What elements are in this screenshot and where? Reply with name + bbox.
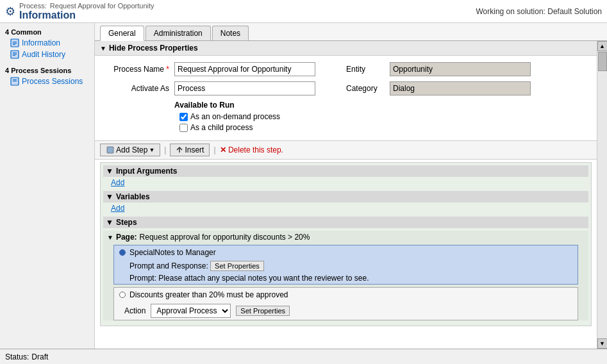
category-value: Dialog [390, 81, 531, 95]
step1-item[interactable]: SpecialNotes to Manager Prompt and Respo… [113, 245, 578, 285]
steps-area: ▼ Input Arguments Add ▼ Variables Add [100, 162, 592, 326]
step2-item[interactable]: Discounts greater than 20% must be appro… [113, 287, 578, 320]
svg-rect-2 [13, 43, 17, 44]
variables-arrow: ▼ [106, 192, 113, 201]
page-arrow: ▼ [107, 234, 113, 241]
tab-administration[interactable]: Administration [146, 26, 211, 40]
svg-rect-5 [13, 53, 17, 53]
input-arguments-arrow: ▼ [106, 167, 113, 176]
tabs: General Administration Notes [95, 23, 607, 41]
step2-action-row: Action Approval Process Set Properties [114, 302, 578, 320]
variables-header[interactable]: ▼ Variables [103, 191, 588, 203]
prompt-label: Prompt: [129, 274, 156, 283]
step1-prompt-response-row: Prompt and Response: Set Properties [114, 260, 578, 272]
step2-set-properties-button[interactable]: Set Properties [236, 306, 290, 316]
hide-process-properties-label: Hide Process Properties [109, 44, 198, 53]
top-bar-titles: Process: Request Approval for Opportunit… [19, 2, 154, 21]
checkbox-child-row: As a child process [179, 123, 586, 132]
common-section-title: 4 Common [0, 26, 94, 37]
available-to-run-label: Available to Run [174, 101, 586, 110]
add-step-icon [106, 145, 115, 154]
step1-row: SpecialNotes to Manager [114, 245, 578, 260]
process-sessions-section-title: 4 Process Sessions [0, 64, 94, 76]
activate-as-select[interactable]: Process [174, 81, 315, 95]
delete-step-button[interactable]: ✕ Delete this step. [220, 145, 283, 154]
prompt-response-label: Prompt and Response: [129, 261, 208, 270]
hide-process-properties-header[interactable]: ▼ Hide Process Properties [95, 41, 597, 56]
toolbar-sep2: | [213, 145, 215, 154]
insert-icon [176, 146, 183, 154]
checkbox-on-demand-label: As an on-demand process [190, 112, 280, 121]
step1-set-properties-button[interactable]: Set Properties [210, 261, 264, 271]
tab-general[interactable]: General [100, 26, 144, 41]
step2-row: Discounts greater than 20% must be appro… [114, 288, 578, 302]
checkbox-on-demand-row: As an on-demand process [179, 112, 586, 121]
top-bar: ⚙ Process: Request Approval for Opportun… [0, 0, 607, 23]
sidebar-item-process-sessions[interactable]: Process Sessions [0, 76, 94, 87]
variables-label: Variables [116, 192, 150, 201]
prompt-text: Please attach any special notes you want… [158, 274, 369, 283]
process-sessions-label: Process Sessions [22, 77, 83, 86]
variables-section: ▼ Variables Add [103, 191, 588, 214]
toolbar: Add Step ▼ | Insert | ✕ Delete this step… [95, 140, 597, 160]
required-star: * [166, 65, 169, 74]
content-area: General Administration Notes ▼ Hide Proc… [95, 23, 607, 349]
activate-as-row: Activate As Process Category Dialog [105, 81, 586, 95]
page-title-text: Request approval for opportunity discoun… [140, 233, 310, 242]
status-label: Status: [5, 352, 29, 361]
step2-circle [119, 292, 126, 298]
scroll-down-btn[interactable]: ▼ [597, 338, 608, 349]
scroll-up-btn[interactable]: ▲ [597, 41, 608, 51]
toolbar-sep1: | [164, 145, 166, 154]
process-name-row: Process Name * Entity Opportunity [105, 62, 586, 76]
add-step-button[interactable]: Add Step ▼ [100, 144, 160, 156]
category-field-pair: Category Dialog [346, 81, 531, 95]
audit-history-label: Audit History [22, 50, 65, 59]
page-label: Page: [116, 233, 137, 242]
information-label: Information [22, 38, 60, 47]
scroll-thumb[interactable] [598, 52, 607, 71]
insert-button[interactable]: Insert [170, 144, 210, 156]
input-arguments-label: Input Arguments [116, 167, 178, 176]
step1-name: SpecialNotes to Manager [129, 248, 216, 257]
checkbox-on-demand[interactable] [179, 113, 188, 121]
activate-as-label: Activate As [105, 84, 169, 93]
page-header: ▼ Page: Request approval for opportunity… [103, 231, 588, 244]
sidebar-item-information[interactable]: Information [0, 37, 94, 49]
process-sessions-icon [10, 77, 19, 86]
svg-rect-1 [13, 42, 17, 42]
page-title: Information [19, 10, 154, 21]
page-item: ▼ Page: Request approval for opportunity… [103, 231, 588, 320]
process-icon: ⚙ [5, 4, 15, 19]
checkbox-child-label: As a child process [190, 123, 253, 132]
scroll-track [597, 51, 607, 338]
add-input-argument-link[interactable]: Add [111, 177, 588, 188]
input-arguments-header[interactable]: ▼ Input Arguments [103, 165, 588, 177]
content-with-scroll: ▼ Hide Process Properties Process Name * [95, 41, 607, 349]
action-select[interactable]: Approval Process [151, 304, 231, 318]
tab-notes[interactable]: Notes [212, 26, 249, 40]
category-label: Category [346, 84, 385, 93]
audit-history-icon [10, 50, 19, 59]
steps-label: Steps [116, 218, 137, 227]
right-scrollbar[interactable]: ▲ ▼ [597, 41, 607, 349]
process-name-input[interactable] [174, 62, 315, 76]
information-icon [10, 38, 19, 47]
step1-circle [119, 249, 126, 256]
input-arguments-section: ▼ Input Arguments Add [103, 165, 588, 188]
action-label: Action [124, 306, 146, 315]
process-name-label: Process Name * [105, 65, 169, 74]
entity-label: Entity [346, 65, 385, 74]
checkbox-child[interactable] [179, 124, 188, 132]
svg-rect-9 [13, 79, 17, 80]
step2-name: Discounts greater than 20% must be appro… [129, 290, 288, 299]
svg-rect-3 [13, 44, 15, 45]
add-variable-link[interactable]: Add [111, 203, 588, 214]
process-form: Process Name * Entity Opportunity [95, 56, 597, 140]
top-bar-left: ⚙ Process: Request Approval for Opportun… [5, 2, 154, 21]
steps-header[interactable]: ▼ Steps [103, 217, 588, 228]
steps-arrow: ▼ [106, 218, 113, 227]
steps-section: ▼ Steps ▼ Page: Request approval for opp… [103, 217, 588, 320]
svg-rect-11 [107, 147, 113, 153]
sidebar-item-audit-history[interactable]: Audit History [0, 49, 94, 60]
